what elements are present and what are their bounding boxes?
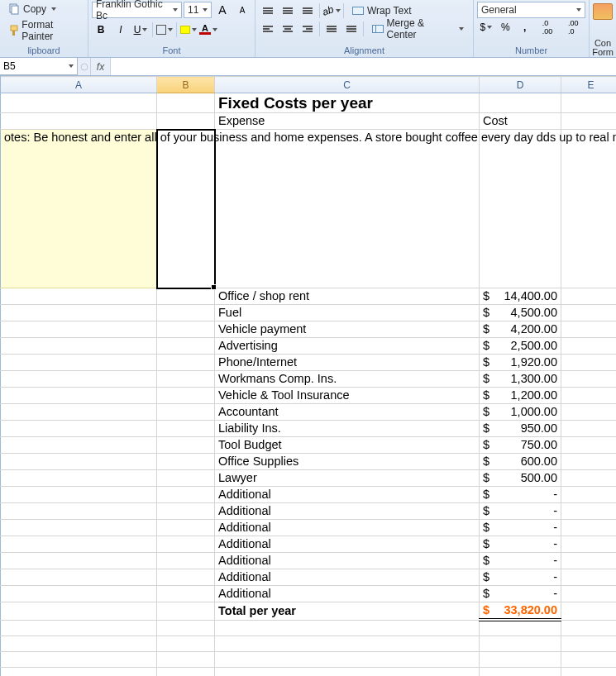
- cell[interactable]: [157, 636, 215, 651]
- cell[interactable]: [1, 93, 157, 113]
- cell[interactable]: [561, 371, 617, 388]
- cell[interactable]: $1,300.00: [480, 371, 561, 388]
- cell[interactable]: Additional: [215, 553, 480, 569]
- cell[interactable]: Office / shop rent: [215, 288, 480, 305]
- cell[interactable]: [157, 388, 215, 404]
- increase-font-button[interactable]: A: [213, 2, 232, 18]
- cell[interactable]: Tool Budget: [215, 437, 480, 454]
- cell[interactable]: [157, 503, 215, 520]
- cell[interactable]: [1, 288, 157, 305]
- cell[interactable]: [157, 355, 215, 371]
- cell[interactable]: [480, 93, 561, 113]
- fill-color-button[interactable]: [179, 21, 198, 38]
- cell[interactable]: [1, 553, 157, 569]
- align-left-button[interactable]: [259, 21, 277, 37]
- cell[interactable]: [1, 651, 157, 667]
- cell[interactable]: [157, 321, 215, 338]
- cell[interactable]: [157, 371, 215, 388]
- align-right-button[interactable]: [298, 21, 317, 37]
- cell[interactable]: [157, 93, 215, 113]
- cell[interactable]: Office Supplies: [215, 454, 480, 470]
- orientation-button[interactable]: ab: [322, 2, 341, 19]
- cell[interactable]: [561, 93, 617, 113]
- cell[interactable]: [1, 636, 157, 651]
- cell[interactable]: [561, 569, 617, 586]
- cell[interactable]: [1, 487, 157, 503]
- cell[interactable]: [1, 421, 157, 437]
- cell[interactable]: [561, 288, 617, 305]
- cell[interactable]: [561, 437, 617, 454]
- cell[interactable]: [1, 520, 157, 536]
- cell[interactable]: [215, 620, 480, 636]
- cell[interactable]: [157, 470, 215, 487]
- cell[interactable]: [215, 651, 480, 667]
- cell[interactable]: Additional: [215, 520, 480, 536]
- cell[interactable]: [157, 667, 215, 676]
- cell[interactable]: [561, 667, 617, 676]
- cell[interactable]: [561, 651, 617, 667]
- column-header-B[interactable]: B: [157, 77, 215, 93]
- cell[interactable]: Fuel: [215, 305, 480, 321]
- cell[interactable]: [561, 520, 617, 536]
- conditional-formatting-icon[interactable]: [593, 3, 613, 20]
- cell[interactable]: [1, 371, 157, 388]
- cell[interactable]: $950.00: [480, 421, 561, 437]
- currency-button[interactable]: $: [477, 19, 494, 36]
- cell[interactable]: Total per year: [215, 602, 480, 621]
- cell[interactable]: $-: [480, 553, 561, 569]
- bold-button[interactable]: B: [92, 21, 110, 38]
- cell[interactable]: [215, 130, 480, 288]
- cell[interactable]: [157, 487, 215, 503]
- cell[interactable]: [561, 620, 617, 636]
- cell[interactable]: [157, 536, 215, 553]
- cell[interactable]: [561, 487, 617, 503]
- cell[interactable]: Accountant: [215, 404, 480, 421]
- cell[interactable]: [561, 602, 617, 621]
- cell[interactable]: [1, 338, 157, 355]
- underline-button[interactable]: U: [131, 21, 150, 38]
- increase-decimal-button[interactable]: .0.00: [535, 19, 559, 36]
- cell[interactable]: Additional: [215, 487, 480, 503]
- fx-button[interactable]: fx: [91, 58, 111, 75]
- cell[interactable]: [157, 602, 215, 621]
- spreadsheet-grid[interactable]: A B C D E Fixed Costs per yearExpenseCos…: [0, 76, 616, 676]
- decrease-decimal-button[interactable]: .00.0: [561, 19, 585, 36]
- cell[interactable]: [157, 404, 215, 421]
- percent-button[interactable]: %: [496, 19, 513, 36]
- cell[interactable]: [157, 520, 215, 536]
- cell[interactable]: [157, 113, 215, 130]
- cell[interactable]: [1, 470, 157, 487]
- cell[interactable]: [157, 305, 215, 321]
- cell[interactable]: $-: [480, 586, 561, 602]
- cell[interactable]: Fixed Costs per year: [215, 93, 480, 113]
- cell[interactable]: [1, 113, 157, 130]
- select-all-corner[interactable]: [0, 77, 1, 93]
- cell[interactable]: Additional: [215, 569, 480, 586]
- cell[interactable]: [157, 338, 215, 355]
- note-cell[interactable]: otes: Be honest and enter all of your bu…: [1, 130, 157, 288]
- cell[interactable]: $-: [480, 503, 561, 520]
- align-middle-button[interactable]: [279, 2, 297, 19]
- cell[interactable]: $14,400.00: [480, 288, 561, 305]
- cell[interactable]: [480, 620, 561, 636]
- cell[interactable]: [1, 503, 157, 520]
- cell[interactable]: [561, 388, 617, 404]
- align-center-button[interactable]: [279, 21, 297, 37]
- cell[interactable]: [561, 130, 617, 288]
- cell[interactable]: Liability Ins.: [215, 421, 480, 437]
- cell[interactable]: [561, 553, 617, 569]
- cell[interactable]: Advertising: [215, 338, 480, 355]
- align-bottom-button[interactable]: [298, 2, 317, 19]
- cell[interactable]: [1, 569, 157, 586]
- cell[interactable]: $1,200.00: [480, 388, 561, 404]
- cell[interactable]: [157, 586, 215, 602]
- font-color-button[interactable]: A: [199, 21, 217, 38]
- cell[interactable]: Workmans Comp. Ins.: [215, 371, 480, 388]
- cell[interactable]: [1, 321, 157, 338]
- number-format-combo[interactable]: General: [477, 2, 585, 18]
- column-header-D[interactable]: D: [480, 77, 561, 93]
- cell[interactable]: $750.00: [480, 437, 561, 454]
- cell[interactable]: [480, 130, 561, 288]
- cell[interactable]: $1,920.00: [480, 355, 561, 371]
- cell[interactable]: [561, 470, 617, 487]
